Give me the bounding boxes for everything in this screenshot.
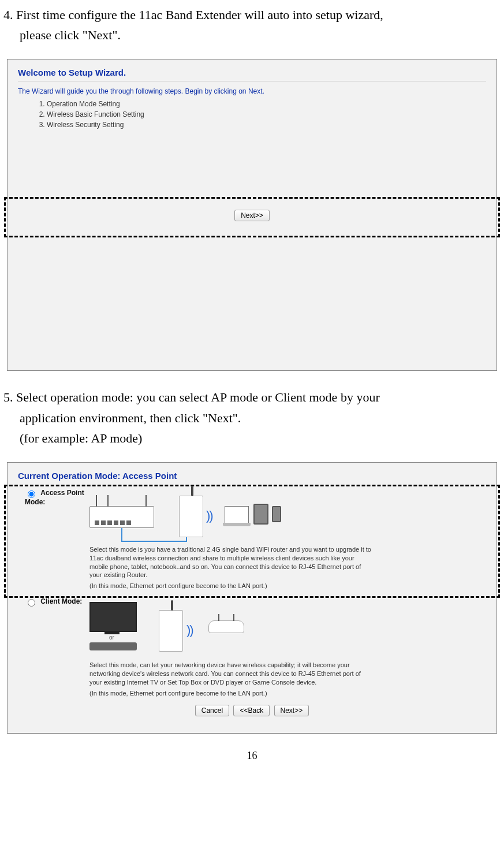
ap-mode-block: Access Point Mode: )) Select this mode i… <box>8 485 496 594</box>
wizard-step-2: Wireless Basic Function Setting <box>47 109 486 120</box>
wizard-step-3: Wireless Security Setting <box>47 120 486 130</box>
client-mode-radio[interactable] <box>28 599 35 607</box>
ap-mode-radio-label[interactable]: Access Point <box>25 489 84 497</box>
client-mode-description-2: (In this mode, Ethernet port configure b… <box>89 689 372 698</box>
client-mode-label-col: Client Mode: <box>25 597 89 697</box>
settopbox-icon <box>89 642 137 650</box>
ap-mode-diagram: )) <box>89 491 286 542</box>
phone-icon <box>272 506 281 522</box>
client-mode-content: or )) Select this mode, can let your net… <box>89 597 490 697</box>
step5-line2: application environment, then click "Nex… <box>3 408 501 428</box>
operation-mode-title: Current Operation Mode: Access Point <box>8 463 496 485</box>
tablet-icon <box>253 504 268 525</box>
wifi-icon: )) <box>206 508 212 523</box>
button-row: Cancel <<Back Next>> <box>8 701 496 722</box>
router-icon <box>89 506 154 528</box>
client-mode-diagram: or )) <box>89 600 274 657</box>
step5-instruction: 5. Select operation mode: you can select… <box>3 387 501 448</box>
client-mode-block: Client Mode: or )) Select this mode, can… <box>8 594 496 701</box>
client-mode-radio-label[interactable]: Client Mode: <box>25 597 82 605</box>
or-text: or <box>109 634 114 641</box>
next-button-area: Next>> <box>8 210 496 221</box>
step4-instruction: 4. First time configure the 11ac Band Ex… <box>3 5 501 45</box>
page-number: 16 <box>3 750 501 762</box>
wizard-intro: The Wizard will guide you the through fo… <box>18 87 486 95</box>
ap-mode-label-2: Mode: <box>25 498 45 506</box>
cancel-button[interactable]: Cancel <box>195 705 229 716</box>
ap-mode-radio[interactable] <box>28 490 35 498</box>
next-button-2[interactable]: Next>> <box>274 705 309 716</box>
ap-mode-description-2: (In this mode, Ethernet port configure b… <box>89 582 372 590</box>
laptop-icon <box>225 506 249 523</box>
ap-mode-content: )) Select this mode is you have a tradit… <box>89 489 490 590</box>
wifi-icon-2: )) <box>186 623 193 638</box>
ap-mode-label-col: Access Point Mode: <box>25 489 89 590</box>
extender-icon-2 <box>159 610 183 652</box>
step4-line1: 4. First time configure the 11ac Band Ex… <box>3 8 383 22</box>
step5-line1: 5. Select operation mode: you can select… <box>3 390 380 404</box>
divider <box>18 81 486 81</box>
ap-icon <box>208 620 244 633</box>
operation-mode-panel: Current Operation Mode: Access Point Acc… <box>7 462 497 734</box>
ap-mode-description: Select this mode is you have a tradition… <box>89 545 372 579</box>
ap-mode-label-1: Access Point <box>40 489 84 497</box>
step4-line2: please click "Next". <box>3 25 501 45</box>
step5-line3: (for example: AP mode) <box>3 428 501 448</box>
setup-wizard-panel: Welcome to Setup Wizard. The Wizard will… <box>7 59 497 371</box>
wizard-step-1: Operation Mode Setting <box>47 99 486 109</box>
ethernet-cable-icon <box>121 528 187 542</box>
extender-icon <box>179 496 203 537</box>
wizard-title: Welcome to Setup Wizard. <box>18 68 486 77</box>
back-button[interactable]: <<Back <box>233 705 270 716</box>
next-button[interactable]: Next>> <box>234 210 270 221</box>
tv-icon <box>89 602 137 632</box>
client-mode-label: Client Mode: <box>40 597 82 605</box>
client-mode-description: Select this mode, can let your networkin… <box>89 661 372 687</box>
wizard-steps-list: Operation Mode Setting Wireless Basic Fu… <box>47 99 486 130</box>
